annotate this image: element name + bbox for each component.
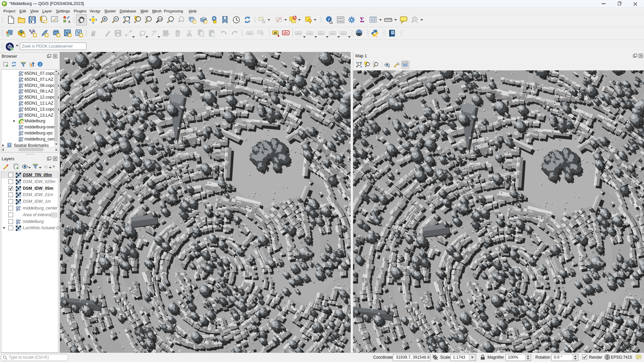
svg-text:abc: abc <box>283 31 289 35</box>
svg-text:abc: abc <box>308 32 312 35</box>
svg-text:✱: ✱ <box>204 20 207 24</box>
svg-text:✱: ✱ <box>79 33 82 37</box>
svg-text:✱: ✱ <box>33 33 36 37</box>
svg-text:1:1: 1:1 <box>158 18 162 21</box>
svg-text:✱: ✱ <box>22 33 25 37</box>
svg-text:ab: ab <box>274 31 277 35</box>
svg-text:abc: abc <box>319 32 324 35</box>
svg-text:?: ? <box>392 31 394 34</box>
svg-text:Σ: Σ <box>360 16 364 24</box>
svg-text:abc: abc <box>248 32 252 35</box>
svg-text:✱: ✱ <box>57 33 60 37</box>
svg-text:abc: abc <box>341 32 346 35</box>
svg-text:i: i <box>328 17 330 22</box>
svg-text:a: a <box>68 19 70 24</box>
svg-text:✱: ✱ <box>193 20 196 24</box>
svg-text:abc: abc <box>296 32 301 35</box>
svg-text:✱: ✱ <box>45 33 48 37</box>
svg-text:abc: abc <box>331 32 335 35</box>
svg-text:✦: ✦ <box>152 30 155 33</box>
svg-text:✱: ✱ <box>44 19 47 23</box>
svg-text:✱: ✱ <box>68 33 71 37</box>
